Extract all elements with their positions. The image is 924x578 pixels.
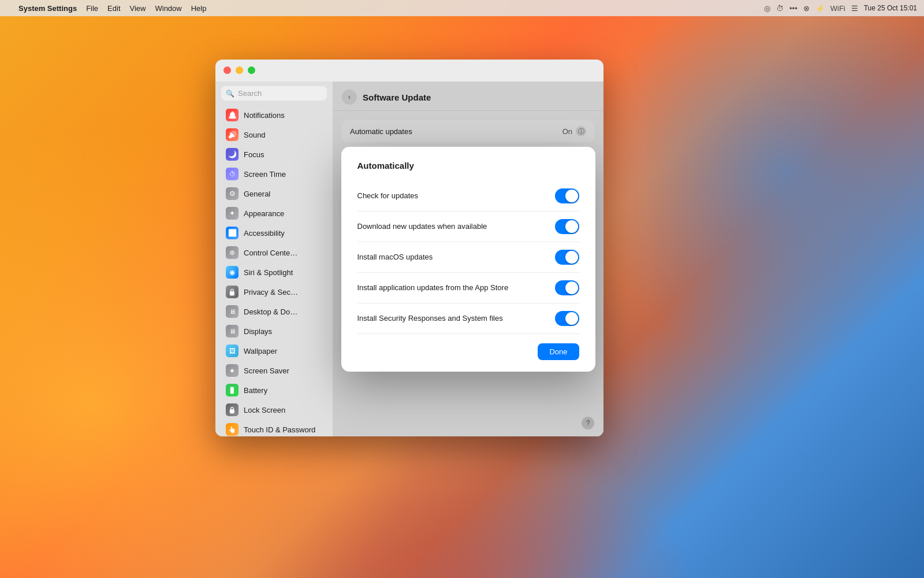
sidebar-label-screentime: Screen Time [244, 170, 286, 179]
sidebar-label-siri: Siri & Spotlight [244, 268, 293, 277]
accessibility-icon: ♿ [226, 227, 239, 239]
sidebar-label-sound: Sound [244, 131, 266, 139]
desktop-icon: 🖥 [226, 305, 239, 318]
sidebar-item-battery[interactable]: 🔋 Battery [219, 381, 329, 399]
sidebar-label-focus: Focus [244, 150, 264, 159]
close-window-button[interactable] [223, 66, 231, 74]
modal-row-label-2: Install macOS updates [357, 253, 555, 261]
toggle-install-security[interactable] [555, 311, 579, 326]
displays-icon: 🖥 [226, 325, 239, 338]
menubar: System Settings File Edit View Window He… [0, 0, 924, 16]
timemachine-icon: ⏱ [776, 4, 784, 13]
modal-row-label-3: Install application updates from the App… [357, 283, 555, 292]
sidebar-label-accessibility: Accessibility [244, 229, 285, 238]
sidebar-item-screensaver[interactable]: ★ Screen Saver [219, 361, 329, 380]
automatically-modal: Automatically Check for updates Download… [341, 147, 595, 372]
sidebar-label-battery: Battery [244, 386, 267, 395]
controlcenter-icon: ☰ [851, 4, 858, 13]
modal-row-0: Check for updates [357, 181, 579, 212]
menubar-window[interactable]: Window [155, 4, 181, 13]
menubar-datetime: Tue 25 Oct 15:01 [864, 4, 917, 12]
focus-icon: 🌙 [226, 148, 239, 161]
sidebar-item-accessibility[interactable]: ♿ Accessibility [219, 224, 329, 242]
modal-row-4: Install Security Responses and System fi… [357, 303, 579, 334]
sidebar-label-desktop: Desktop & Do… [244, 307, 297, 316]
sidebar-label-general: General [244, 190, 270, 198]
notifications-icon: 🔔 [226, 109, 239, 121]
screentime-icon: ⏱ [226, 168, 239, 180]
sound-icon: 🔊 [226, 128, 239, 141]
sidebar-item-sound[interactable]: 🔊 Sound [219, 125, 329, 144]
general-icon: ⚙ [226, 187, 239, 200]
sidebar-label-screensaver: Screen Saver [244, 366, 289, 375]
siri-icon: ◉ [226, 266, 239, 279]
sidebar-item-lockscreen[interactable]: 🔒 Lock Screen [219, 401, 329, 419]
menubar-left: System Settings File Edit View Window He… [7, 4, 206, 13]
menubar-view[interactable]: View [130, 4, 146, 13]
search-input[interactable] [238, 89, 335, 98]
done-button[interactable]: Done [538, 343, 579, 360]
settings-window: 🔍 🔔 Notifications 🔊 Sound 🌙 Focus [215, 60, 603, 436]
sidebar-item-notifications[interactable]: 🔔 Notifications [219, 106, 329, 124]
modal-row-1: Download new updates when available [357, 212, 579, 242]
sidebar-label-touchid: Touch ID & Password [244, 425, 315, 434]
battery-sidebar-icon: 🔋 [226, 384, 239, 397]
sidebar-search[interactable]: 🔍 [221, 86, 327, 101]
privacy-icon: 🔒 [226, 286, 239, 298]
controlcenter-sidebar-icon: ⊕ [226, 246, 239, 259]
menubar-edit[interactable]: Edit [107, 4, 120, 13]
modal-row-label-0: Check for updates [357, 191, 555, 200]
sidebar-item-wallpaper[interactable]: 🖼 Wallpaper [219, 342, 329, 360]
modal-row-2: Install macOS updates [357, 242, 579, 273]
more-icon: ••• [789, 4, 798, 13]
toggle-install-appstore[interactable] [555, 280, 579, 295]
minimize-window-button[interactable] [236, 66, 243, 74]
sidebar-label-controlcenter: Control Cente… [244, 249, 297, 257]
sidebar-item-controlcenter[interactable]: ⊕ Control Cente… [219, 243, 329, 262]
modal-row-label-1: Download new updates when available [357, 222, 555, 231]
sidebar-item-general[interactable]: ⚙ General [219, 184, 329, 203]
battery-icon: ⚡ [815, 4, 825, 13]
menubar-help[interactable]: Help [191, 4, 207, 13]
sidebar-label-privacy: Privacy & Sec… [244, 288, 298, 297]
modal-row-3: Install application updates from the App… [357, 273, 579, 303]
sidebar-label-lockscreen: Lock Screen [244, 406, 285, 414]
search-icon: 🔍 [226, 90, 234, 98]
sidebar-label-wallpaper: Wallpaper [244, 347, 277, 355]
lockscreen-icon: 🔒 [226, 403, 239, 416]
screensaver-icon: ★ [226, 364, 239, 377]
sidebar-item-appearance[interactable]: ✦ Appearance [219, 204, 329, 223]
microphone-mute-icon: ⊗ [803, 4, 810, 13]
sidebar-item-displays[interactable]: 🖥 Displays [219, 322, 329, 340]
appearance-icon: ✦ [226, 207, 239, 220]
menubar-app-name[interactable]: System Settings [18, 4, 77, 13]
modal-footer: Done [357, 343, 579, 360]
sidebar-label-appearance: Appearance [244, 209, 284, 218]
toggle-check-updates[interactable] [555, 188, 579, 203]
menubar-right: ◎ ⏱ ••• ⊗ ⚡ WiFi ☰ Tue 25 Oct 15:01 [764, 4, 917, 13]
touchid-icon: 👆 [226, 423, 239, 436]
main-panel: ‹ Software Update Automatic updates On ⓘ… [333, 81, 603, 436]
modal-row-label-4: Install Security Responses and System fi… [357, 314, 555, 323]
sidebar-item-privacy[interactable]: 🔒 Privacy & Sec… [219, 283, 329, 301]
menubar-file[interactable]: File [86, 4, 98, 13]
maximize-window-button[interactable] [248, 66, 255, 74]
modal-overlay: Automatically Check for updates Download… [333, 81, 603, 436]
location-icon: ◎ [764, 4, 770, 13]
window-content: 🔍 🔔 Notifications 🔊 Sound 🌙 Focus [215, 81, 603, 436]
sidebar-item-desktop[interactable]: 🖥 Desktop & Do… [219, 302, 329, 321]
window-titlebar [215, 60, 603, 74]
sidebar-item-siri[interactable]: ◉ Siri & Spotlight [219, 263, 329, 281]
wifi-icon: WiFi [830, 4, 845, 13]
sidebar-label-displays: Displays [244, 327, 272, 336]
modal-title: Automatically [357, 161, 579, 171]
toggle-download-updates[interactable] [555, 219, 579, 234]
traffic-lights [223, 66, 255, 74]
toggle-install-macos[interactable] [555, 250, 579, 265]
sidebar-item-touchid[interactable]: 👆 Touch ID & Password [219, 420, 329, 436]
wallpaper-icon: 🖼 [226, 344, 239, 357]
sidebar-item-focus[interactable]: 🌙 Focus [219, 145, 329, 164]
sidebar: 🔍 🔔 Notifications 🔊 Sound 🌙 Focus [215, 81, 333, 436]
sidebar-item-screentime[interactable]: ⏱ Screen Time [219, 165, 329, 183]
sidebar-label-notifications: Notifications [244, 111, 285, 120]
